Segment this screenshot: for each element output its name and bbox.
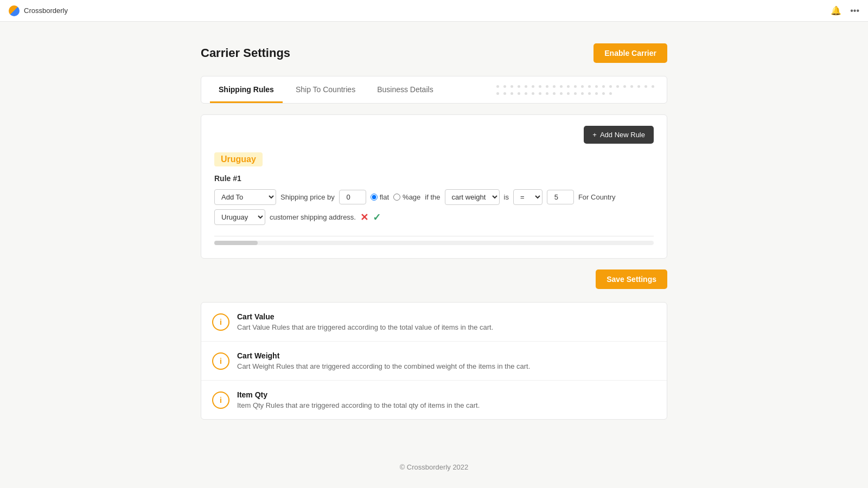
price-input[interactable] (339, 190, 366, 204)
country-badge: Uruguay (214, 152, 263, 166)
item-qty-icon: i (212, 391, 229, 409)
flat-radio-label[interactable]: flat (371, 193, 389, 201)
more-options-icon[interactable]: ••• (850, 6, 859, 16)
item-qty-text: Item Qty Item Qty Rules that are trigger… (237, 390, 480, 409)
percentage-label: %age (403, 193, 420, 201)
operator-select[interactable]: = > < >= <= (513, 189, 542, 205)
flat-radio[interactable] (371, 194, 378, 201)
scroll-thumb (214, 241, 258, 245)
percentage-radio-label[interactable]: %age (393, 193, 420, 201)
cart-value-text: Cart Value Cart Value Rules that are tri… (237, 312, 493, 331)
tabs-container: Shipping Rules Ship To Countries Busines… (201, 76, 667, 104)
horizontal-scrollbar[interactable] (214, 236, 654, 245)
enable-carrier-button[interactable]: Enable Carrier (593, 43, 667, 63)
main-content: Carrier Settings Enable Carrier Shipping… (190, 22, 678, 452)
condition-select[interactable]: cart weight cart value item qty (445, 189, 500, 205)
cart-value-title: Cart Value (237, 312, 493, 321)
percentage-radio[interactable] (393, 194, 400, 201)
cancel-rule-icon[interactable]: ✕ (360, 211, 368, 223)
flat-label: flat (380, 193, 389, 201)
scroll-track (214, 241, 654, 245)
footer: © Crossborderly 2022 (0, 452, 868, 482)
shipping-price-label: Shipping price by (280, 193, 335, 201)
rules-card: + Add New Rule Uruguay Rule #1 Add To De… (201, 114, 667, 259)
topbar: Crossborderly 🔔 ••• (0, 0, 868, 22)
is-label: is (504, 193, 509, 201)
cart-weight-icon: i (212, 352, 229, 370)
rule-row: Add To Deduct From Shipping price by fla… (214, 189, 654, 225)
tab-business-details[interactable]: Business Details (368, 76, 442, 103)
save-row: Save Settings (201, 269, 667, 289)
plus-icon: + (592, 131, 597, 139)
tabs-decoration (495, 80, 658, 100)
page-title: Carrier Settings (201, 46, 290, 60)
info-card: i Cart Value Cart Value Rules that are t… (201, 302, 667, 420)
confirm-rule-icon[interactable]: ✓ (373, 211, 381, 223)
cart-value-icon: i (212, 313, 229, 331)
tab-ship-to-countries[interactable]: Ship To Countries (287, 76, 364, 103)
rules-card-header: + Add New Rule (214, 126, 654, 144)
cart-weight-text: Cart Weight Cart Weight Rules that are t… (237, 351, 530, 370)
item-qty-desc: Item Qty Rules that are triggered accord… (237, 401, 480, 409)
rule-action-select[interactable]: Add To Deduct From (214, 189, 276, 205)
for-country-label: For Country (578, 193, 616, 201)
topbar-left: Crossborderly (9, 5, 68, 16)
suffix-label: customer shipping address. (270, 213, 356, 221)
rule-title: Rule #1 (214, 174, 654, 183)
notification-icon[interactable]: 🔔 (831, 5, 841, 16)
condition-value-input[interactable] (547, 190, 574, 204)
brand-name: Crossborderly (24, 7, 68, 15)
cart-weight-item: i Cart Weight Cart Weight Rules that are… (201, 342, 667, 381)
country-select[interactable]: Uruguay Argentina Brazil (214, 209, 265, 225)
page-header: Carrier Settings Enable Carrier (201, 43, 667, 63)
topbar-right: 🔔 ••• (831, 5, 859, 16)
save-settings-button[interactable]: Save Settings (596, 269, 667, 289)
cart-value-desc: Cart Value Rules that are triggered acco… (237, 323, 493, 331)
add-new-rule-button[interactable]: + Add New Rule (584, 126, 654, 144)
item-qty-title: Item Qty (237, 390, 480, 399)
cart-weight-title: Cart Weight (237, 351, 530, 360)
cart-weight-desc: Cart Weight Rules that are triggered acc… (237, 362, 530, 370)
cart-value-item: i Cart Value Cart Value Rules that are t… (201, 303, 667, 342)
condition-label: if the (425, 193, 440, 201)
footer-text: © Crossborderly 2022 (400, 463, 469, 471)
tab-shipping-rules[interactable]: Shipping Rules (210, 76, 283, 103)
brand-logo (9, 5, 20, 16)
item-qty-item: i Item Qty Item Qty Rules that are trigg… (201, 381, 667, 419)
